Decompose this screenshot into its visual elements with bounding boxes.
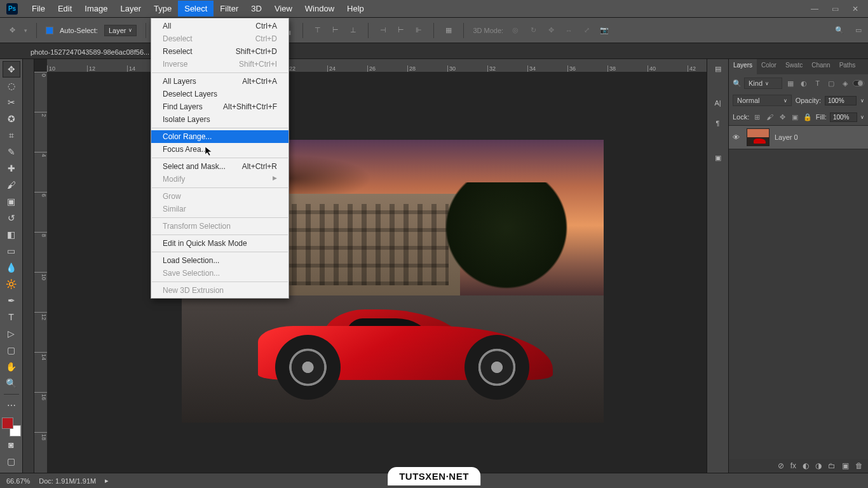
dist-left-icon[interactable]: ⊣ [377, 25, 389, 36]
filter-shape-icon[interactable]: ▢ [825, 78, 836, 89]
menu-3d[interactable]: 3D [245, 1, 268, 17]
fx-icon[interactable]: fx [790, 461, 796, 470]
menu-window[interactable]: Window [299, 1, 341, 17]
lasso-tool[interactable]: ✂ [3, 94, 20, 111]
fill-input[interactable]: 100% [830, 112, 857, 122]
menu-item-reselect[interactable]: ReselectShift+Ctrl+D [151, 45, 288, 58]
layer-item[interactable]: 👁 Layer 0 [729, 126, 868, 149]
quick-mask-toggle[interactable]: ◙ [3, 437, 20, 453]
canvas-area[interactable]: 101214161820222426283032343638404244 024… [34, 59, 707, 473]
slide-icon[interactable]: ↔ [563, 25, 574, 36]
screen-mode-toggle[interactable]: ▢ [3, 453, 20, 470]
eraser-tool[interactable]: ◧ [3, 226, 20, 243]
menu-item-all[interactable]: AllCtrl+A [151, 20, 288, 32]
menu-item-find-layers[interactable]: Find LayersAlt+Shift+Ctrl+F [151, 100, 288, 113]
menu-item-focus-area[interactable]: Focus Area... [151, 143, 288, 156]
group-icon[interactable]: 🗀 [828, 461, 836, 470]
orbit-icon[interactable]: ◎ [510, 25, 521, 36]
dist-top-icon[interactable]: ⊤ [312, 25, 323, 36]
heal-tool[interactable]: ✚ [3, 160, 20, 177]
dist-vcenter-icon[interactable]: ⊢ [330, 25, 341, 36]
menu-layer[interactable]: Layer [114, 1, 148, 17]
zoom-tool[interactable]: 🔍 [3, 375, 20, 391]
move-tool-icon[interactable]: ✥ [6, 25, 18, 36]
status-arrow-icon[interactable]: ▸ [105, 477, 109, 485]
hand-tool[interactable]: ✋ [3, 358, 20, 375]
pen-tool[interactable]: ✒ [3, 292, 20, 309]
maximize-button[interactable]: ▭ [829, 4, 841, 13]
menu-item-load-selection[interactable]: Load Selection... [151, 254, 288, 267]
menu-image[interactable]: Image [78, 1, 114, 17]
menu-item-isolate-layers[interactable]: Isolate Layers [151, 113, 288, 126]
crop-tool[interactable]: ⌗ [3, 127, 20, 144]
eyedropper-tool[interactable]: ✎ [3, 144, 20, 160]
link-layers-icon[interactable]: ⊘ [778, 461, 784, 470]
menu-help[interactable]: Help [341, 1, 370, 17]
roll-icon[interactable]: ↻ [527, 25, 539, 36]
shape-tool[interactable]: ▢ [3, 342, 20, 358]
search-icon[interactable]: 🔍 [834, 25, 845, 36]
filter-smart-icon[interactable]: ◈ [839, 78, 850, 89]
edit-toolbar-icon[interactable]: ⋯ [3, 397, 20, 414]
layer-filter-toggle[interactable] [853, 80, 864, 86]
menu-item-deselect-layers[interactable]: Deselect Layers [151, 88, 288, 100]
panel-tab-layers[interactable]: Layers [729, 59, 757, 74]
menu-item-edit-in-quick-mask-mode[interactable]: Edit in Quick Mask Mode [151, 237, 288, 250]
lock-brush-icon[interactable]: 🖌 [765, 111, 775, 123]
dist-bottom-icon[interactable]: ⊥ [348, 25, 359, 36]
menu-item-select-and-mask[interactable]: Select and Mask...Alt+Ctrl+R [151, 160, 288, 173]
mask-icon[interactable]: ◐ [803, 461, 809, 470]
menu-view[interactable]: View [268, 1, 299, 17]
marquee-tool[interactable]: ◌ [3, 78, 20, 94]
filter-type-icon[interactable]: T [812, 78, 823, 89]
opacity-input[interactable]: 100% [825, 96, 857, 105]
menu-edit[interactable]: Edit [51, 1, 78, 17]
character-panel-icon[interactable]: A| [712, 97, 724, 109]
auto-align-icon[interactable]: ▦ [443, 25, 454, 36]
filter-pixel-icon[interactable]: ▦ [785, 78, 796, 89]
close-button[interactable]: ✕ [849, 4, 862, 13]
layer-thumbnail-icon[interactable] [747, 128, 770, 146]
dist-right-icon[interactable]: ⊩ [413, 25, 424, 36]
document-tab[interactable]: photo-1527247043589-98e6ac08f56... [24, 46, 156, 58]
filter-kind-dropdown[interactable]: Kind∨ [744, 78, 782, 89]
panel-tab-color[interactable]: Color [757, 59, 781, 74]
auto-select-dropdown[interactable]: Layer∨ [104, 25, 137, 36]
layer-name[interactable]: Layer 0 [775, 133, 798, 141]
quick-select-tool[interactable]: ✪ [3, 111, 20, 127]
workspace-icon[interactable]: ▭ [853, 25, 864, 36]
type-tool[interactable]: T [3, 309, 20, 325]
lock-all-icon[interactable]: 🔒 [803, 111, 813, 123]
menu-type[interactable]: Type [147, 1, 178, 17]
panel-tab-swatc[interactable]: Swatc [781, 59, 807, 74]
lock-position-icon[interactable]: ✥ [778, 111, 787, 123]
scale-3d-icon[interactable]: ⤢ [581, 25, 592, 36]
new-layer-icon[interactable]: ▣ [842, 461, 849, 470]
menu-select[interactable]: Select [178, 1, 214, 17]
minimize-button[interactable]: — [808, 4, 821, 13]
menu-file[interactable]: File [25, 1, 51, 17]
blend-mode-dropdown[interactable]: Normal∨ [733, 95, 792, 106]
blur-tool[interactable]: 💧 [3, 259, 20, 276]
path-select-tool[interactable]: ▷ [3, 325, 20, 342]
menu-item-all-layers[interactable]: All LayersAlt+Ctrl+A [151, 75, 288, 88]
history-brush-tool[interactable]: ↺ [3, 210, 20, 226]
foreground-color-swatch[interactable] [2, 417, 13, 429]
paragraph-panel-icon[interactable]: ¶ [712, 118, 724, 129]
menu-filter[interactable]: Filter [214, 1, 245, 17]
color-swatches[interactable] [2, 417, 21, 437]
panel-tab-chann[interactable]: Chann [807, 59, 834, 74]
menu-item-color-range[interactable]: Color Range... [151, 130, 288, 143]
delete-layer-icon[interactable]: 🗑 [855, 461, 863, 470]
visibility-icon[interactable]: 👁 [733, 133, 742, 141]
filter-adjust-icon[interactable]: ◐ [798, 78, 809, 89]
dist-hcenter-icon[interactable]: ⊢ [395, 25, 407, 36]
history-panel-icon[interactable]: ▤ [712, 63, 724, 74]
adjustment-icon[interactable]: ◑ [815, 461, 822, 470]
panel-tab-paths[interactable]: Paths [835, 59, 860, 74]
properties-panel-icon[interactable]: ▣ [712, 152, 724, 163]
clone-tool[interactable]: ▣ [3, 193, 20, 210]
auto-select-checkbox[interactable] [46, 27, 53, 34]
camera-icon[interactable]: 📷 [599, 25, 610, 36]
pan-icon[interactable]: ✥ [545, 25, 557, 36]
